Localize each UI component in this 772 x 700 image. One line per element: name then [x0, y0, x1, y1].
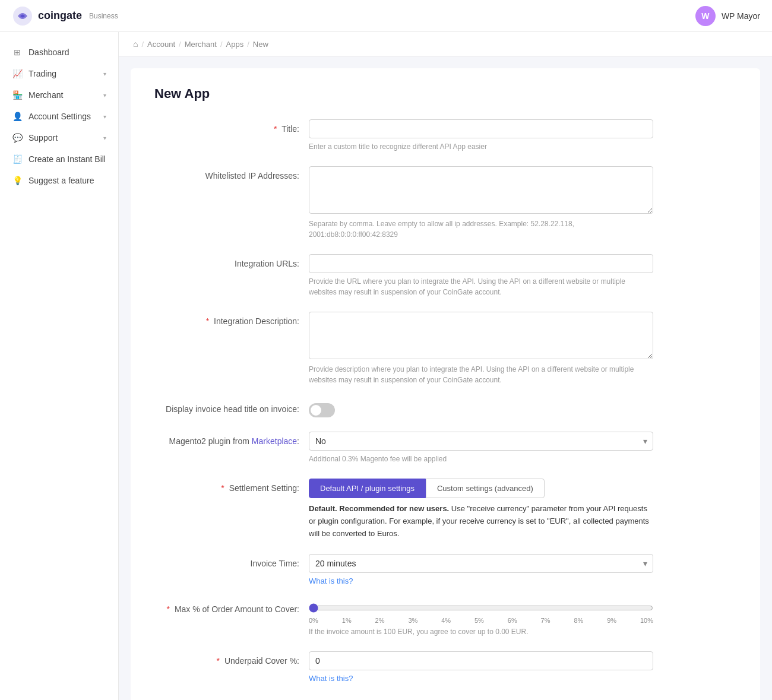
breadcrumb-account[interactable]: Account: [147, 40, 175, 49]
settlement-control-wrap: Default API / plugin settings Custom set…: [309, 479, 653, 540]
max-percent-slider[interactable]: [309, 603, 653, 613]
title-input[interactable]: [309, 119, 653, 138]
invoice-time-control-wrap: 20 minutes 30 minutes 1 hour 2 hours 24 …: [309, 554, 653, 585]
sidebar-item-label: Dashboard: [29, 47, 106, 57]
breadcrumb-sep: /: [220, 40, 223, 49]
chevron-down-icon: ▾: [103, 113, 106, 120]
range-label-2: 2%: [375, 617, 385, 624]
underpaid-row: * Underpaid Cover %: What is this?: [154, 651, 736, 683]
toggle-wrap: [309, 400, 653, 417]
ip-textarea[interactable]: [309, 166, 653, 214]
sidebar-item-label: Create an Instant Bill: [29, 154, 106, 164]
integration-desc-textarea[interactable]: [309, 312, 653, 359]
settlement-btn-default[interactable]: Default API / plugin settings: [309, 479, 426, 498]
range-label-9: 9%: [607, 617, 616, 624]
integration-desc-hint: Provide description where you plan to in…: [309, 364, 653, 385]
paid-notification-control-wrap: Send a notification each time a payment …: [309, 697, 653, 700]
merchant-icon: 🏪: [12, 90, 23, 100]
chevron-down-icon: ▾: [103, 71, 106, 77]
sidebar-item-label: Merchant: [29, 90, 97, 100]
settlement-note: Default. Recommended for new users. Use …: [309, 503, 653, 540]
settlement-btn-custom[interactable]: Custom settings (advanced): [426, 479, 545, 498]
breadcrumb-apps[interactable]: Apps: [226, 40, 244, 49]
max-percent-control-wrap: 0% 1% 2% 3% 4% 5% 6% 7% 8% 9% 10% I: [309, 600, 653, 637]
integration-urls-hint: Provide the URL where you plan to integr…: [309, 276, 653, 297]
invoice-time-link[interactable]: What is this?: [309, 577, 653, 585]
underpaid-input[interactable]: [309, 651, 653, 670]
integration-urls-input[interactable]: [309, 254, 653, 273]
invoice-time-row: Invoice Time: 20 minutes 30 minutes 1 ho…: [154, 554, 736, 585]
business-badge: Business: [89, 12, 118, 20]
title-field-wrap: Enter a custom title to recognize differ…: [309, 119, 653, 152]
range-label-3: 3%: [408, 617, 417, 624]
suggest-icon: 💡: [12, 176, 23, 185]
chevron-down-icon: ▾: [103, 92, 106, 99]
breadcrumb-sep: /: [141, 40, 144, 49]
topnav: coingate Business W WP Mayor: [0, 0, 772, 32]
slider-wrap: 0% 1% 2% 3% 4% 5% 6% 7% 8% 9% 10% I: [309, 600, 653, 637]
sidebar-item-label: Account Settings: [29, 112, 97, 121]
support-icon: 💬: [12, 133, 23, 142]
range-label-6: 6%: [508, 617, 517, 624]
sidebar-item-label: Suggest a feature: [29, 176, 106, 185]
toggle-slider: [309, 403, 335, 417]
logo-text: coingate: [38, 9, 82, 22]
magento-select[interactable]: No Yes: [309, 432, 653, 451]
invoice-time-select[interactable]: 20 minutes 30 minutes 1 hour 2 hours 24 …: [309, 554, 653, 573]
main-content: ⌂ / Account / Merchant / Apps / New New …: [119, 32, 772, 700]
coingate-logo-icon: [12, 5, 33, 27]
instant-bill-icon: 🧾: [12, 154, 23, 164]
integration-desc-row: * Integration Description: Provide descr…: [154, 312, 736, 385]
range-label-7: 7%: [541, 617, 550, 624]
required-star: *: [221, 483, 224, 493]
range-label-0: 0%: [309, 617, 318, 624]
sidebar-item-label: Support: [29, 133, 97, 142]
sidebar-item-support[interactable]: 💬 Support ▾: [0, 127, 118, 148]
settlement-note-bold: Default. Recommended for new users.: [309, 504, 449, 513]
dashboard-icon: ⊞: [12, 47, 23, 57]
username: WP Mayor: [722, 11, 760, 21]
ip-label: Whitelisted IP Addresses:: [154, 166, 309, 180]
max-percent-row: * Max % of Order Amount to Cover: 0% 1% …: [154, 600, 736, 637]
sidebar-item-dashboard[interactable]: ⊞ Dashboard: [0, 42, 118, 63]
range-label-1: 1%: [342, 617, 352, 624]
ip-hint: Separate by comma. Leave empty to allow …: [309, 218, 653, 240]
account-settings-icon: 👤: [12, 112, 23, 121]
display-invoice-label: Display invoice head title on invoice:: [154, 400, 309, 414]
title-label: * Title:: [154, 119, 309, 134]
range-label-10: 10%: [640, 617, 653, 624]
title-hint: Enter a custom title to recognize differ…: [309, 141, 653, 152]
chevron-down-icon: ▾: [103, 135, 106, 141]
topnav-right: W WP Mayor: [695, 6, 760, 26]
breadcrumb-sep: /: [247, 40, 249, 49]
range-label-8: 8%: [574, 617, 583, 624]
sidebar: ⊞ Dashboard 📈 Trading ▾ 🏪 Merchant ▾ 👤 A…: [0, 32, 119, 700]
settlement-row: * Settlement Setting: Default API / plug…: [154, 479, 736, 540]
integration-urls-row: Integration URLs: Provide the URL where …: [154, 254, 736, 297]
invoice-toggle[interactable]: [309, 403, 335, 417]
sidebar-item-suggest-feature[interactable]: 💡 Suggest a feature: [0, 170, 118, 191]
required-star: *: [217, 656, 220, 666]
trading-icon: 📈: [12, 69, 23, 78]
integration-urls-label: Integration URLs:: [154, 254, 309, 268]
breadcrumb-merchant[interactable]: Merchant: [185, 40, 217, 49]
required-star: *: [274, 124, 277, 134]
underpaid-link[interactable]: What is this?: [309, 674, 653, 683]
marketplace-link[interactable]: Marketplace: [252, 436, 297, 446]
sidebar-item-trading[interactable]: 📈 Trading ▾: [0, 63, 118, 84]
sidebar-item-account-settings[interactable]: 👤 Account Settings ▾: [0, 106, 118, 127]
sidebar-item-create-instant-bill[interactable]: 🧾 Create an Instant Bill: [0, 148, 118, 170]
magento-hint: Additional 0.3% Magento fee will be appl…: [309, 454, 653, 464]
display-invoice-control-wrap: [309, 400, 653, 417]
underpaid-label: * Underpaid Cover %:: [154, 651, 309, 666]
magento-label: Magento2 plugin from Marketplace:: [154, 432, 309, 446]
invoice-time-select-wrap: 20 minutes 30 minutes 1 hour 2 hours 24 …: [309, 554, 653, 573]
integration-urls-field-wrap: Provide the URL where you plan to integr…: [309, 254, 653, 297]
required-star: *: [167, 604, 170, 614]
paid-notification-checkbox-row: Send a notification each time a payment …: [309, 697, 653, 700]
magento-field-wrap: No Yes Additional 0.3% Magento fee will …: [309, 432, 653, 464]
breadcrumb-sep: /: [179, 40, 181, 49]
sidebar-item-merchant[interactable]: 🏪 Merchant ▾: [0, 84, 118, 106]
home-icon: ⌂: [133, 39, 138, 49]
slider-note: If the invoice amount is 100 EUR, you ag…: [309, 626, 653, 637]
